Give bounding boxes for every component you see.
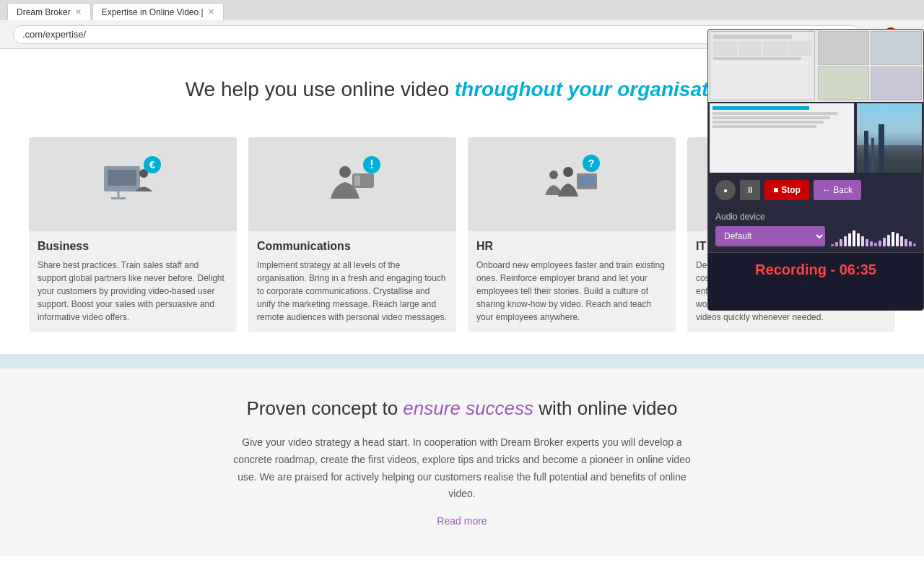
recording-time: Recording - 06:35 (755, 262, 876, 277)
pause-icon: ⏸ (746, 185, 754, 195)
stop-label: Stop (781, 185, 801, 195)
recording-status: Recording - 06:35 (708, 252, 923, 287)
stop-button[interactable]: ■ Stop (764, 180, 809, 200)
meter-bar-4 (848, 233, 851, 246)
hero-title-highlight: throughout your organisation (455, 78, 739, 100)
meter-bar-18 (909, 241, 912, 246)
tab-1-close[interactable]: ✕ (75, 7, 82, 17)
meter-bar-10 (874, 243, 877, 246)
tab-2[interactable]: Expertise in Online Video | ✕ (92, 3, 224, 20)
audio-row: Default Microphone System Audio (715, 226, 916, 246)
card-business: € Business Share best practices. Train s… (29, 137, 237, 332)
meter-bar-1 (835, 242, 838, 246)
tab-1[interactable]: Dream Broker ✕ (7, 3, 91, 20)
meter-bar-2 (840, 239, 842, 246)
meter-bar-5 (853, 230, 855, 246)
meter-bar-17 (905, 239, 907, 246)
tab-2-close[interactable]: ✕ (208, 7, 214, 17)
meter-bar-11 (879, 241, 881, 246)
back-label: ← Back (822, 185, 853, 195)
card-title-business: Business (38, 240, 228, 253)
preview-top (708, 30, 923, 102)
pause-button[interactable]: ⏸ (740, 180, 760, 200)
widget-preview (708, 30, 923, 174)
bottom-title-highlight: ensure success (403, 397, 533, 419)
audio-section: Audio device Default Microphone System A… (708, 206, 923, 252)
back-button[interactable]: ← Back (814, 180, 861, 200)
meter-bar-9 (870, 241, 873, 246)
preview-screenshot-main (710, 31, 815, 100)
record-icon: ● (723, 186, 728, 194)
meter-bar-16 (900, 236, 903, 246)
svg-rect-15 (579, 176, 595, 186)
card-image-business: € (29, 137, 237, 231)
widget-controls: ● ⏸ ■ Stop ← Back (708, 174, 923, 206)
card-communications: ! Communications Implement strategy at a… (248, 137, 456, 332)
meter-bar-12 (883, 238, 886, 246)
svg-text:!: ! (370, 158, 373, 171)
meter-bar-19 (913, 243, 916, 246)
svg-point-13 (563, 167, 573, 177)
hero-title-start: We help you use online video (186, 78, 455, 100)
address-text: .com/expertise/ (22, 29, 86, 40)
card-text-hr: Onboard new employees faster and train e… (476, 259, 667, 324)
audio-device-label: Audio device (715, 212, 916, 222)
preview-bottom (708, 102, 923, 174)
audio-device-select[interactable]: Default Microphone System Audio (715, 226, 825, 246)
card-body-hr: HR Onboard new employees faster and trai… (468, 231, 676, 332)
bottom-title-start: Proven concept to (247, 397, 404, 419)
bottom-section: Proven concept to ensure success with on… (0, 368, 924, 556)
card-body-communications: Communications Implement strategy at all… (248, 231, 456, 332)
tab-1-label: Dream Broker (17, 7, 71, 17)
audio-level-meter (831, 226, 916, 246)
card-hr: ? HR Onboard new employees faster and tr… (468, 137, 676, 332)
card-title-hr: HR (476, 240, 667, 253)
card-image-communications: ! (248, 137, 456, 231)
svg-rect-9 (354, 176, 360, 186)
meter-bar-7 (861, 236, 864, 246)
bottom-title: Proven concept to ensure success with on… (29, 397, 895, 420)
meter-bar-3 (844, 236, 847, 246)
svg-point-12 (549, 171, 558, 179)
tab-bar: Dream Broker ✕ Expertise in Online Video… (0, 0, 924, 20)
card-title-communications: Communications (257, 240, 448, 253)
svg-text:?: ? (588, 158, 595, 169)
meter-bar-15 (896, 233, 899, 246)
svg-text:€: € (149, 159, 155, 171)
meter-bar-14 (892, 232, 894, 246)
tab-2-label: Expertise in Online Video | (102, 7, 204, 17)
meter-bar-6 (857, 233, 860, 246)
svg-rect-3 (111, 197, 126, 199)
section-divider (0, 354, 924, 368)
recording-widget: ● ⏸ ■ Stop ← Back Audio device Default M… (707, 29, 924, 311)
card-text-communications: Implement strategy at all levels of the … (257, 259, 448, 324)
card-body-business: Business Share best practices. Train sal… (29, 231, 237, 332)
read-more-link[interactable]: Read more (437, 515, 487, 527)
card-text-business: Share best practices. Train sales staff … (38, 259, 228, 324)
meter-bar-0 (831, 244, 834, 246)
bottom-text: Give your video strategy a head start. I… (224, 434, 700, 503)
meter-bar-8 (866, 239, 868, 246)
bottom-title-end: with online video (533, 397, 677, 419)
preview-screenshots-small (818, 31, 922, 100)
svg-rect-1 (108, 170, 136, 186)
record-button[interactable]: ● (715, 180, 736, 200)
svg-point-7 (339, 166, 351, 178)
meter-bar-13 (887, 235, 890, 246)
stop-square-icon: ■ (773, 185, 778, 195)
card-image-hr: ? (468, 137, 676, 231)
preview-harbor-image (857, 103, 922, 173)
